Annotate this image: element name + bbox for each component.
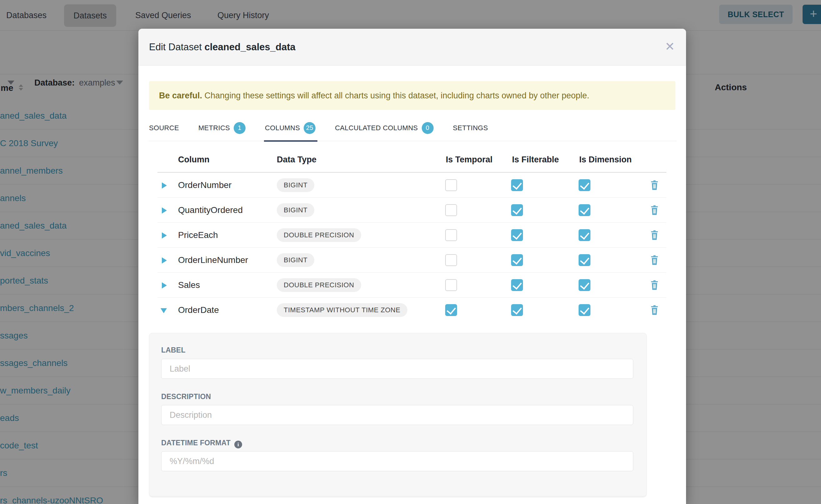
trash-icon[interactable] — [650, 180, 660, 190]
column-name: OrderNumber — [178, 173, 231, 198]
header-data-type: Data Type — [277, 155, 316, 165]
is-temporal-checkbox[interactable] — [445, 279, 457, 291]
column-row: OrderLineNumber BIGINT — [157, 248, 666, 273]
is-temporal-checkbox[interactable] — [445, 179, 457, 191]
header-is-filterable: Is Filterable — [512, 155, 559, 165]
column-row: OrderDate TIMESTAMP WITHOUT TIME ZONE — [157, 298, 666, 323]
header-is-dimension: Is Dimension — [579, 155, 632, 165]
column-row: PriceEach DOUBLE PRECISION — [157, 223, 666, 248]
column-row: Sales DOUBLE PRECISION — [157, 273, 666, 298]
expand-caret-icon[interactable] — [162, 282, 167, 289]
trash-icon[interactable] — [650, 230, 660, 240]
is-dimension-checkbox[interactable] — [579, 204, 591, 216]
tab-label: COLUMNS — [265, 124, 300, 132]
datetime-format-field-label: DATETIME FORMAT — [161, 439, 242, 448]
calculated-columns-count-badge: 0 — [422, 122, 434, 134]
column-name: QuantityOrdered — [178, 198, 243, 223]
columns-table: Column Data Type Is Temporal Is Filterab… — [157, 141, 666, 323]
is-temporal-checkbox[interactable] — [445, 229, 457, 241]
is-temporal-checkbox[interactable] — [445, 304, 457, 316]
columns-table-header: Column Data Type Is Temporal Is Filterab… — [157, 141, 666, 173]
is-dimension-checkbox[interactable] — [579, 254, 591, 266]
modal-tabs: SOURCE METRICS 1 COLUMNS 25 CALCULATED C… — [149, 115, 677, 141]
modal-header: Edit Dataset cleaned_sales_data ✕ — [138, 29, 686, 66]
trash-icon[interactable] — [650, 205, 660, 215]
is-dimension-checkbox[interactable] — [579, 304, 591, 316]
column-name: OrderDate — [178, 298, 219, 323]
description-field-label: DESCRIPTION — [161, 393, 211, 401]
data-type-pill: DOUBLE PRECISION — [277, 278, 361, 292]
is-filterable-checkbox[interactable] — [511, 204, 523, 216]
modal-title: Edit Dataset cleaned_sales_data — [149, 29, 295, 66]
is-dimension-checkbox[interactable] — [579, 179, 591, 191]
is-filterable-checkbox[interactable] — [511, 179, 523, 191]
info-icon[interactable] — [234, 441, 242, 448]
modal-title-prefix: Edit Dataset — [149, 42, 202, 52]
tab-label: SETTINGS — [453, 124, 488, 132]
edit-dataset-modal: Edit Dataset cleaned_sales_data ✕ Be car… — [138, 29, 686, 504]
column-name: Sales — [178, 273, 200, 298]
expand-caret-icon[interactable] — [162, 207, 167, 214]
trash-icon[interactable] — [650, 255, 660, 265]
header-is-temporal: Is Temporal — [446, 155, 493, 165]
is-filterable-checkbox[interactable] — [511, 229, 523, 241]
tab-label: SOURCE — [149, 124, 179, 132]
tab-calculated-columns[interactable]: CALCULATED COLUMNS 0 — [335, 115, 433, 141]
tab-source[interactable]: SOURCE — [149, 115, 179, 141]
columns-count-badge: 25 — [304, 122, 315, 134]
trash-icon[interactable] — [650, 280, 660, 290]
label-input[interactable] — [161, 359, 633, 379]
metrics-count-badge: 1 — [234, 122, 245, 134]
collapse-caret-icon[interactable] — [161, 308, 167, 313]
modal-title-dataset-name: cleaned_sales_data — [205, 42, 295, 52]
close-icon[interactable]: ✕ — [665, 29, 675, 66]
header-column: Column — [178, 155, 210, 165]
expand-caret-icon[interactable] — [162, 232, 167, 239]
is-temporal-checkbox[interactable] — [445, 254, 457, 266]
column-name: PriceEach — [178, 223, 218, 248]
tab-label: METRICS — [198, 124, 230, 132]
tab-settings[interactable]: SETTINGS — [453, 115, 488, 141]
tab-metrics[interactable]: METRICS 1 — [198, 115, 245, 141]
warning-text: Changing these settings will affect all … — [202, 91, 589, 100]
tab-label: CALCULATED COLUMNS — [335, 124, 418, 132]
data-type-pill: BIGINT — [277, 253, 314, 267]
data-type-pill: DOUBLE PRECISION — [277, 228, 361, 242]
data-type-pill: TIMESTAMP WITHOUT TIME ZONE — [277, 303, 407, 317]
column-row: QuantityOrdered BIGINT — [157, 198, 666, 223]
column-detail-panel: LABEL DESCRIPTION DATETIME FORMAT — [149, 333, 647, 497]
expand-caret-icon[interactable] — [162, 257, 167, 264]
is-filterable-checkbox[interactable] — [511, 279, 523, 291]
warning-banner: Be careful. Changing these settings will… — [149, 81, 675, 110]
is-filterable-checkbox[interactable] — [511, 304, 523, 316]
is-dimension-checkbox[interactable] — [579, 229, 591, 241]
is-dimension-checkbox[interactable] — [579, 279, 591, 291]
data-type-pill: BIGINT — [277, 203, 314, 217]
is-filterable-checkbox[interactable] — [511, 254, 523, 266]
datetime-format-label-text: DATETIME FORMAT — [161, 439, 230, 447]
warning-bold: Be careful. — [159, 91, 202, 100]
expand-caret-icon[interactable] — [162, 182, 167, 189]
is-temporal-checkbox[interactable] — [445, 204, 457, 216]
data-type-pill: BIGINT — [277, 178, 314, 192]
tab-columns[interactable]: COLUMNS 25 — [265, 115, 315, 141]
trash-icon[interactable] — [650, 305, 660, 315]
label-field-label: LABEL — [161, 346, 185, 354]
datetime-format-input[interactable] — [161, 451, 633, 471]
description-input[interactable] — [161, 405, 633, 425]
column-row: OrderNumber BIGINT — [157, 173, 666, 198]
column-name: OrderLineNumber — [178, 248, 248, 273]
screen: Databases Datasets Saved Queries Query H… — [0, 0, 821, 504]
